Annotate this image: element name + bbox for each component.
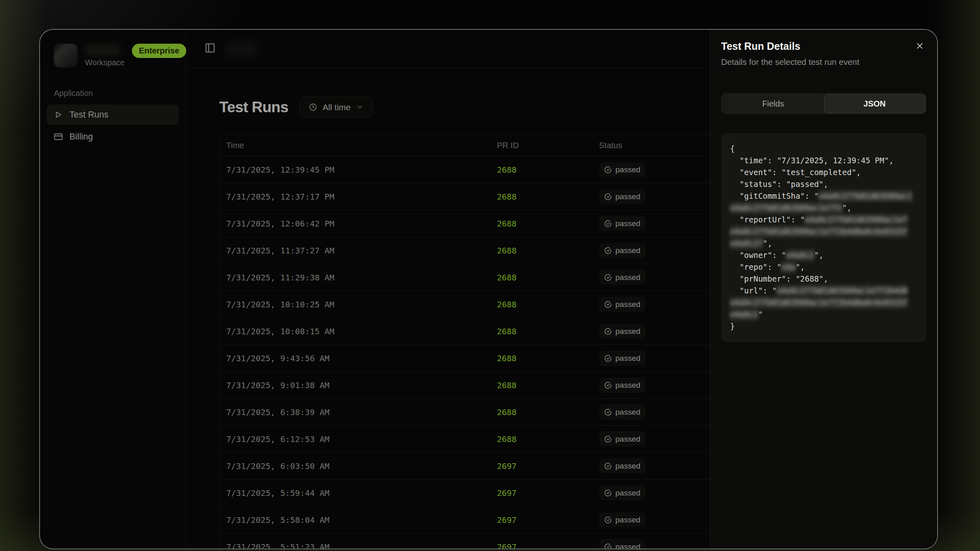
status-label: passed [615,246,640,255]
desktop-background: Workspace Enterprise Application Test Ru… [0,0,980,551]
sidebar-item-test-runs[interactable]: Test Runs [47,104,179,125]
redacted-value: e4a9c2 [730,309,758,320]
status-badge: passed [599,351,646,366]
status-badge: passed [599,404,646,420]
status-badge: passed [599,162,646,177]
cell-time: 7/31/2025, 6:03:50 AM [226,461,497,471]
workspace-logo [54,44,78,67]
check-circle-icon [604,355,612,362]
workspace-label: Workspace [85,58,125,67]
sidebar-item-billing[interactable]: Billing [47,127,179,147]
check-circle-icon [604,166,612,173]
cell-pr-id: 2688 [497,407,599,417]
details-panel: Test Run Details Details for the selecte… [710,30,937,549]
status-badge: passed [599,431,646,447]
status-badge: passed [599,297,646,312]
workspace-header[interactable]: Workspace Enterprise [40,30,185,67]
cell-time: 7/31/2025, 12:39:45 PM [226,165,497,175]
status-label: passed [615,273,640,282]
check-circle-icon [604,409,612,416]
redacted-value: e4a9c2 [786,249,814,261]
status-label: passed [615,515,640,524]
column-header-pr-id: PR ID [497,141,599,150]
pr-link[interactable]: 2697 [497,488,517,498]
cell-time: 7/31/2025, 10:10:25 AM [226,300,497,309]
pr-link[interactable]: 2688 [497,434,517,444]
status-badge: passed [599,378,646,393]
cell-time: 7/31/2025, 5:58:04 AM [226,515,497,525]
status-label: passed [615,327,640,336]
pr-link[interactable]: 2688 [497,246,517,256]
status-label: passed [615,219,640,228]
sidebar-nav: Test RunsBilling [47,104,179,147]
check-circle-icon [604,247,612,254]
workspace-meta: Workspace [85,44,125,67]
clock-icon [309,103,317,111]
pr-link[interactable]: 2688 [497,353,517,363]
cell-pr-id: 2688 [497,327,599,336]
cell-pr-id: 2688 [497,219,599,229]
status-badge: passed [599,216,646,231]
check-circle-icon [604,220,612,227]
pr-link[interactable]: 2688 [497,165,517,175]
tab-json[interactable]: JSON [824,94,926,113]
breadcrumb-redacted [226,41,257,57]
cell-time: 7/31/2025, 5:59:44 AM [226,488,497,498]
pr-link[interactable]: 2688 [497,219,517,229]
cell-time: 7/31/2025, 10:08:15 AM [226,327,497,336]
status-label: passed [615,165,640,174]
status-badge: passed [599,324,646,339]
cell-time: 7/31/2025, 12:06:42 PM [226,219,497,229]
status-badge: passed [599,243,646,258]
check-circle-icon [604,301,612,308]
status-label: passed [615,489,640,498]
credit-card-icon [53,132,63,142]
status-label: passed [615,462,640,471]
pr-link[interactable]: 2688 [497,380,517,390]
status-label: passed [615,300,640,309]
page-title: Test Runs [219,99,288,116]
cell-time: 7/31/2025, 6:38:39 AM [226,407,497,417]
cell-pr-id: 2688 [497,434,599,444]
close-icon [915,41,924,51]
pr-link[interactable]: 2688 [497,300,517,309]
chevron-down-icon [356,103,364,111]
status-label: passed [615,408,640,417]
pr-link[interactable]: 2697 [497,542,517,550]
time-filter-button[interactable]: All time [300,97,373,118]
check-circle-icon [604,382,612,389]
app-window: Workspace Enterprise Application Test Ru… [39,29,938,549]
cell-pr-id: 2697 [497,461,599,471]
tab-fields[interactable]: Fields [722,94,824,113]
panel-tabs: FieldsJSON [721,93,927,114]
pr-link[interactable]: 2697 [497,515,517,525]
sidebar-item-label: Billing [69,132,93,142]
redacted-value: e4a9c27fb81d63509ac1e7f2b4d8a0c6e9315f [730,226,908,238]
check-circle-icon [604,435,612,443]
close-button[interactable] [913,40,926,52]
workspace-name-redacted [85,44,120,56]
pr-link[interactable]: 2688 [497,273,517,282]
redacted-value: e4a9c27fb81d63509ac1e7f2b4d8 [777,285,907,297]
json-code: { "time": "7/31/2025, 12:39:45 PM", "eve… [721,133,927,342]
redacted-value: e4a9c27fb81d63509ac1e7f2b4d8a0c6e9315f [730,297,908,309]
status-badge: passed [599,485,646,500]
pr-link[interactable]: 2688 [497,327,517,336]
check-circle-icon [604,516,612,524]
status-badge: passed [599,539,646,549]
pr-link[interactable]: 2688 [497,407,517,417]
column-header-time: Time [226,141,497,150]
pr-link[interactable]: 2688 [497,192,517,202]
cell-time: 7/31/2025, 6:12:53 AM [226,434,497,444]
time-filter-label: All time [323,102,351,112]
status-badge: passed [599,512,646,527]
redacted-value: e4a [782,261,795,273]
status-badge: passed [599,458,646,473]
cell-time: 7/31/2025, 5:51:23 AM [226,542,497,550]
check-circle-icon [604,489,612,497]
cell-pr-id: 2688 [497,192,599,202]
pr-link[interactable]: 2697 [497,461,517,471]
cell-pr-id: 2688 [497,380,599,390]
panel-left-toggle-icon[interactable] [205,42,216,55]
redacted-value: e4a9c27fb81d63509ac1e7f2 [730,202,842,214]
